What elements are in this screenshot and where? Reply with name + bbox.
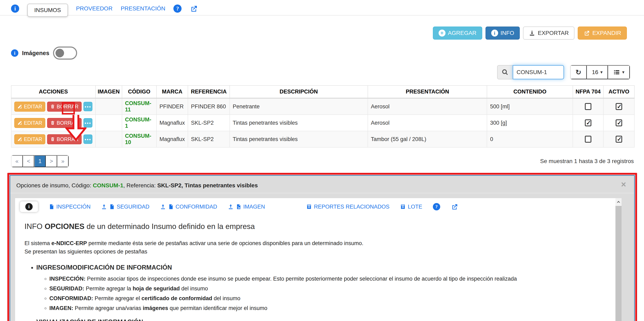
last-page-button[interactable]: » — [57, 155, 68, 167]
editar-button[interactable]: EDITAR — [14, 134, 45, 144]
pencil-icon — [17, 137, 22, 142]
search-icon — [497, 65, 513, 80]
options-panel-title: Opciones de insumo, Código: CONSUM-1, Re… — [10, 176, 634, 193]
first-page-button[interactable]: « — [12, 155, 23, 167]
upload-icon — [228, 204, 234, 210]
info-circle-icon: i — [491, 30, 498, 36]
tab-presentacion[interactable]: PRESENTACIÓN — [121, 5, 166, 12]
info-paragraph-1: El sistema e-NDICC-ERP permite mediante … — [24, 240, 609, 246]
contenido-cell: 300 [g] — [487, 115, 573, 131]
agregar-button[interactable]: + AGREGAR — [433, 26, 482, 40]
marca-cell: PFINDER — [156, 98, 188, 115]
columns-dropdown[interactable]: ▾ — [608, 65, 630, 79]
page-size-dropdown[interactable]: 16 ▾ — [587, 65, 608, 79]
list-columns-icon — [613, 69, 620, 76]
col-descripcion: DESCRIPCIÓN — [230, 86, 368, 98]
table-row: EDITAR BORRAR ●●● CONSUM-11 PFINDER PFIN… — [11, 98, 634, 115]
info-icon[interactable]: i — [11, 50, 18, 57]
tab-conformidad[interactable]: CONFORMIDAD — [160, 204, 217, 210]
activo-checkbox[interactable] — [616, 103, 622, 110]
search-group — [497, 65, 564, 80]
insumos-table: ACCIONES IMAGEN CÓDIGO MARCA REFERENCIA … — [11, 85, 634, 148]
tab-proveedor[interactable]: PROVEEDOR — [76, 5, 112, 12]
activo-checkbox[interactable] — [616, 120, 622, 126]
toolbar: + AGREGAR i INFO EXPORTAR EXPANDIR — [0, 26, 627, 40]
scroll-up-button[interactable] — [616, 198, 622, 206]
imagen-cell — [96, 131, 122, 147]
file-x-icon — [168, 204, 174, 210]
annotation-panel-frame: Opciones de insumo, Código: CONSUM-1, Re… — [7, 173, 637, 321]
next-page-button[interactable]: > — [46, 155, 57, 167]
report-icon — [306, 204, 312, 210]
presentacion-cell: Aerosol — [368, 98, 487, 115]
option-item-inspeccion: INSPECCIÓN: Permite asociar tipos de ins… — [49, 276, 609, 282]
search-row: ↻ 16 ▾ ▾ — [0, 65, 630, 80]
section-visualizacion: VISUALIZACIÓN DE INFORMACIÓN REPORTES RE… — [36, 318, 609, 321]
nfpa-checkbox[interactable] — [585, 136, 591, 143]
nfpa-checkbox[interactable] — [585, 103, 591, 110]
more-options-button[interactable]: ●●● — [84, 102, 92, 111]
section-items: INSPECCIÓN: Permite asociar tipos de ins… — [36, 276, 609, 312]
tab-lote[interactable]: LOTE — [400, 204, 422, 210]
agregar-label: AGREGAR — [448, 30, 476, 36]
tab-label: REPORTES RELACIONADOS — [314, 204, 390, 210]
editar-label: EDITAR — [24, 104, 42, 110]
external-link-icon[interactable] — [451, 203, 458, 210]
annotation-highlight-box — [62, 102, 75, 114]
table-header-row: ACCIONES IMAGEN CÓDIGO MARCA REFERENCIA … — [11, 86, 634, 98]
pencil-icon — [17, 120, 22, 125]
trash-icon — [50, 120, 55, 125]
upload-icon — [160, 204, 166, 210]
options-info-content: INFO OPCIONES de un determinado Insumo d… — [15, 214, 622, 321]
prev-page-button[interactable]: < — [23, 155, 34, 167]
col-contenido: CONTENIDO — [487, 86, 573, 98]
upload-icon — [101, 204, 107, 210]
codigo-cell: CONSUM-11 — [122, 98, 156, 115]
presentacion-cell: Tambor (55 gal / 208L) — [368, 131, 487, 147]
tab-info-active[interactable]: i — [20, 202, 38, 212]
plus-icon: + — [438, 30, 446, 36]
col-referencia: REFERENCIA — [188, 86, 230, 98]
descripcion-cell: Tintas penetrantes visibles — [230, 115, 368, 131]
col-marca: MARCA — [156, 86, 188, 98]
search-input[interactable] — [513, 65, 564, 80]
exportar-button[interactable]: EXPORTAR — [523, 26, 574, 40]
page-1-button[interactable]: 1 — [34, 155, 46, 167]
tab-label: INSPECCIÓN — [56, 204, 90, 210]
nfpa-checkbox[interactable] — [585, 120, 591, 126]
tab-reportes-relacionados[interactable]: REPORTES RELACIONADOS — [306, 204, 390, 210]
option-item-imagen: IMAGEN: Permite agregar una/varias imáge… — [49, 305, 609, 312]
tab-inspeccion[interactable]: INSPECCIÓN — [48, 204, 90, 210]
tab-label: IMAGEN — [243, 204, 265, 210]
codigo-cell: CONSUM-1 — [122, 115, 156, 131]
section-title: VISUALIZACIÓN DE INFORMACIÓN — [36, 318, 143, 321]
descripcion-cell: Penetrante — [230, 98, 368, 115]
referencia-cell: SKL-SP2 — [188, 131, 230, 147]
expandir-label: EXPANDIR — [592, 30, 621, 36]
page-size-value: 16 — [592, 69, 598, 76]
editar-button[interactable]: EDITAR — [14, 102, 45, 112]
scrollbar-thumb[interactable] — [616, 206, 622, 321]
external-link-icon[interactable] — [190, 4, 198, 13]
referencia-cell: PFINDER 860 — [188, 98, 230, 115]
editar-button[interactable]: EDITAR — [14, 118, 45, 128]
activo-checkbox[interactable] — [616, 136, 622, 143]
refresh-button[interactable]: ↻ — [570, 65, 587, 79]
info-icon: i — [25, 203, 33, 210]
help-icon[interactable]: ? — [433, 203, 440, 210]
close-icon[interactable]: × — [621, 180, 626, 189]
panel-scrollbar[interactable] — [616, 198, 622, 321]
title-code: CONSUM-1 — [93, 182, 123, 188]
tab-seguridad[interactable]: SEGURIDAD — [101, 204, 150, 210]
images-toggle[interactable] — [53, 46, 77, 60]
tab-insumos[interactable]: INSUMOS — [27, 4, 68, 17]
help-icon[interactable]: ? — [174, 4, 182, 13]
info-icon[interactable]: i — [11, 4, 19, 13]
expandir-button[interactable]: EXPANDIR — [578, 26, 627, 40]
info-button[interactable]: i INFO — [486, 26, 520, 40]
tab-imagen[interactable]: IMAGEN — [228, 204, 265, 210]
info-paragraph-2: Se presentan las siguientes opciones de … — [24, 248, 609, 255]
view-controls: ↻ 16 ▾ ▾ — [570, 65, 630, 80]
caret-down-icon: ▾ — [622, 70, 624, 75]
title-pre: Opciones de insumo, Código: — [16, 182, 93, 188]
